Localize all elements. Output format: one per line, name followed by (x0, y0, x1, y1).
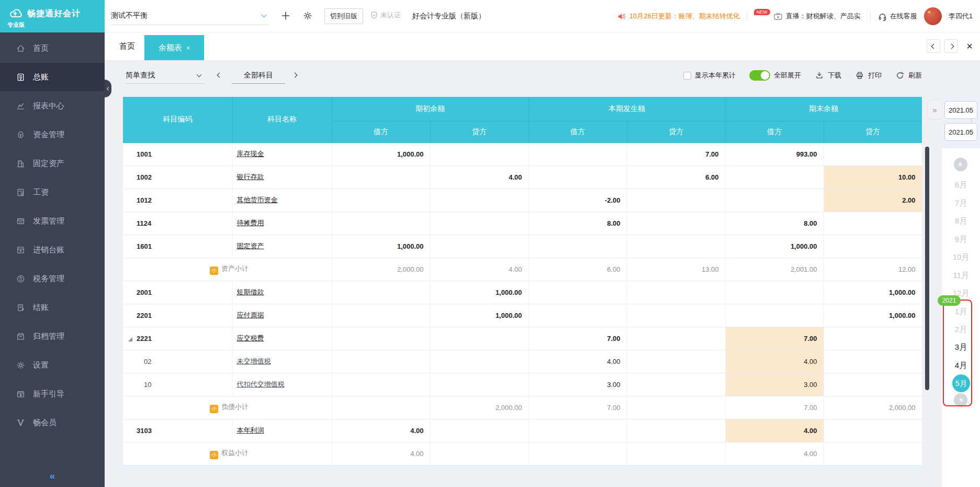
amount-cell-qd: 2,000.00 (430, 396, 528, 419)
tab-home[interactable]: 首页 (115, 32, 139, 60)
month-scroll-down-button[interactable]: « (954, 393, 967, 407)
amount-cell-cj: 7.00 (528, 327, 627, 350)
expand-triangle-icon[interactable] (128, 337, 132, 341)
amount-cell-cd (627, 442, 725, 465)
ledger-icon (16, 72, 26, 82)
account-name-link[interactable]: 固定资产 (237, 242, 264, 250)
star-icon: ★ (927, 9, 931, 15)
invoice-icon (16, 216, 26, 226)
month-item[interactable]: 3月 (942, 341, 980, 353)
account-name-link[interactable]: 库存现金 (237, 150, 264, 158)
month-item[interactable]: 8月 (942, 215, 980, 227)
account-name-link[interactable]: 待摊费用 (237, 219, 264, 227)
vertical-scrollbar-thumb[interactable] (925, 147, 929, 390)
subject-filter[interactable]: 全部科目 (232, 67, 285, 84)
download-icon (815, 71, 824, 80)
table-row: 小负债小计2,000.007.007.002,000.00 (123, 396, 922, 419)
print-button[interactable]: 打印 (855, 71, 882, 80)
tab-scroll-left-button[interactable] (927, 39, 940, 53)
period-from-box[interactable]: 2021.05 (944, 101, 977, 119)
amount-cell-cj: 6.00 (528, 258, 627, 281)
amount-cell-md (824, 419, 922, 442)
account-name-link[interactable]: 其他货币资金 (237, 196, 278, 204)
amount-cell-cj (528, 419, 627, 442)
close-tab-icon[interactable]: × (186, 44, 190, 52)
account-set-selector[interactable]: 测试不平衡 (111, 6, 269, 25)
sidebar-item-fixed-assets[interactable]: 固定资产 (0, 151, 105, 176)
sidebar-item-home[interactable]: 首页 (0, 36, 105, 61)
funds-icon (16, 130, 26, 140)
month-scroll-up-button[interactable]: « (954, 158, 967, 171)
sidebar-item-trade-ledger[interactable]: 进销台账 (0, 237, 105, 262)
sidebar-item-closing[interactable]: 结账 (0, 295, 105, 320)
sidebar-item-archive[interactable]: 归档管理 (0, 324, 105, 349)
app-title: 畅捷通好会计 (27, 8, 81, 19)
close-all-tabs-button[interactable]: × (966, 40, 973, 52)
month-item-active[interactable]: 5月 (952, 374, 970, 392)
tab-scroll-right-button[interactable] (944, 39, 958, 53)
account-code: 10 (144, 381, 151, 389)
announcement-link[interactable]: 10月26日更新：账簿、期末结转优化 (616, 12, 740, 21)
subtotal-label-cell: 小负债小计 (123, 396, 332, 419)
avatar[interactable]: ★ (924, 7, 942, 25)
month-item[interactable]: 10月 (942, 251, 980, 263)
sidebar-item-invoice[interactable]: 发票管理 (0, 208, 105, 234)
sidebar-item-settings[interactable]: 设置 (0, 352, 105, 378)
account-name-link[interactable]: 银行存款 (237, 173, 264, 181)
account-name-link[interactable]: 本年利润 (237, 426, 264, 434)
amount-cell-md (824, 442, 922, 465)
sidebar-item-report-center[interactable]: 报表中心 (0, 93, 105, 118)
sidebar-item-guide[interactable]: 新手引导 (0, 381, 105, 406)
sidebar-item-member[interactable]: 畅会员 (0, 410, 105, 435)
table-row: 小资产小计2,000.004.006.0013.002,001.0012.00 (123, 258, 922, 281)
amount-cell-mj (725, 281, 824, 304)
sidebar-item-general-ledger[interactable]: 总账 (0, 63, 105, 91)
gear-icon[interactable] (302, 10, 313, 21)
chevron-down-icon (262, 12, 267, 17)
month-item[interactable]: 11月 (942, 269, 980, 282)
switch-to-old-version-button[interactable]: 切到旧版 (324, 8, 363, 24)
month-item[interactable]: 2月 (942, 323, 980, 336)
account-name-link[interactable]: 未交增值税 (237, 357, 271, 365)
live-stream-link[interactable]: NEW 直播：财税解读、产品实 (754, 11, 863, 21)
username[interactable]: 李四代1 (949, 12, 973, 21)
month-item[interactable]: 4月 (942, 359, 980, 372)
account-name-link[interactable]: 应付票据 (237, 311, 264, 319)
certification-label: 未认证 (380, 10, 401, 20)
announcement-text: 10月26日更新：账簿、期末结转优化 (629, 12, 740, 21)
sidebar-item-salary[interactable]: 工资 (0, 180, 105, 205)
sidebar-item-tax[interactable]: 税务管理 (0, 266, 105, 291)
sidebar-item-funds[interactable]: 资金管理 (0, 122, 105, 147)
account-name-link[interactable]: 短期借款 (237, 288, 264, 296)
prev-subject-button[interactable] (217, 73, 222, 78)
tab-label: 首页 (119, 41, 135, 51)
sidebar-item-label: 归档管理 (33, 331, 64, 341)
online-service-link[interactable]: 在线客服 (877, 12, 917, 21)
account-name-link[interactable]: 代扣代交增值税 (237, 380, 285, 388)
expand-all-toggle[interactable] (749, 70, 770, 81)
sidebar-collapse-button[interactable]: « (44, 470, 61, 483)
new-badge: NEW (754, 9, 770, 15)
month-item[interactable]: 9月 (942, 233, 980, 246)
show-ytd-checkbox-item[interactable]: 显示本年累计 (683, 71, 736, 80)
period-panel-expand-button[interactable]: » (927, 99, 942, 119)
show-ytd-checkbox[interactable] (683, 72, 691, 80)
download-button[interactable]: 下载 (815, 71, 841, 80)
month-item[interactable]: 1月 (942, 305, 980, 318)
expand-all-toggle-item[interactable]: 全部展开 (749, 70, 801, 81)
next-subject-button[interactable] (292, 73, 298, 78)
content-area: 简单查找 全部科目 显示本年累计 全部展开 下载 (105, 60, 980, 487)
month-item[interactable]: 6月 (942, 179, 980, 191)
col-header-credit: 贷方 (824, 121, 922, 142)
refresh-button[interactable]: 刷新 (895, 71, 922, 80)
tab-balance-sheet[interactable]: 余额表× (144, 35, 204, 60)
subtotal-label: 资产小计 (221, 264, 249, 272)
month-item[interactable]: 7月 (942, 197, 980, 209)
account-name-link[interactable]: 应交税费 (237, 334, 264, 342)
amount-cell-qc (332, 304, 430, 327)
search-mode-select[interactable]: 简单查找 (126, 67, 205, 84)
sidebar-item-label: 首页 (33, 43, 49, 53)
add-account-set-button[interactable] (280, 10, 291, 21)
amount-cell-qc (332, 281, 430, 304)
period-to-box[interactable]: 2021.05 (944, 123, 977, 141)
